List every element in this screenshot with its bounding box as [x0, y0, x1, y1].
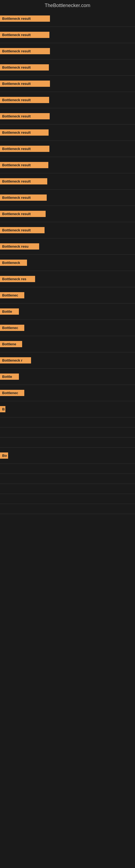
bottleneck-label-11: Bottleneck result: [0, 194, 47, 201]
bottleneck-label-15: Bottleneck: [0, 259, 27, 266]
row-33: [0, 504, 135, 514]
row-14: Bottleneck resu: [0, 239, 135, 255]
bottleneck-label-3: Bottleneck result: [0, 64, 49, 70]
row-0: Bottleneck result: [0, 10, 135, 27]
bottleneck-label-20: Bottlene: [0, 341, 22, 347]
bottleneck-label-23: Bottlenec: [0, 390, 24, 396]
row-30: [0, 474, 135, 484]
bottleneck-bar-21[interactable]: Bottleneck r: [0, 357, 135, 364]
bottleneck-bar-13[interactable]: Bottleneck result: [0, 227, 135, 233]
bottleneck-label-21: Bottleneck r: [0, 357, 31, 364]
bottleneck-bar-18[interactable]: Bottle: [0, 308, 135, 315]
row-17: Bottlenec: [0, 287, 135, 304]
bottleneck-bar-9[interactable]: Bottleneck result: [0, 162, 135, 168]
bottleneck-label-1: Bottleneck result: [0, 32, 49, 38]
row-6: Bottleneck result: [0, 108, 135, 124]
bottleneck-bar-19[interactable]: Bottlenec: [0, 325, 135, 331]
bottleneck-label-8: Bottleneck result: [0, 146, 49, 152]
row-13: Bottleneck result: [0, 222, 135, 239]
bottleneck-label-24: B: [0, 406, 5, 412]
bottleneck-bar-1[interactable]: Bottleneck result: [0, 32, 135, 38]
row-12: Bottleneck result: [0, 206, 135, 222]
bottleneck-bar-11[interactable]: Bottleneck result: [0, 194, 135, 201]
row-31: [0, 484, 135, 494]
bottleneck-bar-23[interactable]: Bottlenec: [0, 390, 135, 396]
row-28: Bo: [0, 447, 135, 464]
bottleneck-label-7: Bottleneck result: [0, 129, 49, 135]
row-15: Bottleneck: [0, 255, 135, 271]
bottleneck-bar-20[interactable]: Bottlene: [0, 341, 135, 347]
row-3: Bottleneck result: [0, 59, 135, 76]
bottleneck-label-2: Bottleneck result: [0, 48, 50, 54]
bottleneck-bar-16[interactable]: Bottleneck res: [0, 276, 135, 282]
row-26: [0, 428, 135, 437]
row-20: Bottlene: [0, 336, 135, 352]
bottleneck-label-17: Bottlenec: [0, 292, 24, 299]
row-5: Bottleneck result: [0, 92, 135, 108]
bottleneck-label-18: Bottle: [0, 308, 19, 315]
bottleneck-bar-24[interactable]: B: [0, 406, 135, 412]
bottleneck-bar-5[interactable]: Bottleneck result: [0, 97, 135, 103]
bottleneck-label-16: Bottleneck res: [0, 276, 35, 282]
bottleneck-bar-3[interactable]: Bottleneck result: [0, 64, 135, 70]
row-16: Bottleneck res: [0, 271, 135, 287]
bottleneck-bar-14[interactable]: Bottleneck resu: [0, 243, 135, 250]
bottleneck-label-5: Bottleneck result: [0, 97, 49, 103]
bottleneck-label-0: Bottleneck result: [0, 16, 50, 22]
bottleneck-label-13: Bottleneck result: [0, 227, 45, 233]
bottleneck-bar-7[interactable]: Bottleneck result: [0, 129, 135, 135]
bottleneck-bar-15[interactable]: Bottleneck: [0, 259, 135, 266]
row-8: Bottleneck result: [0, 141, 135, 157]
bottleneck-bar-8[interactable]: Bottleneck result: [0, 146, 135, 152]
bottleneck-label-19: Bottlenec: [0, 325, 24, 331]
row-4: Bottleneck result: [0, 76, 135, 92]
bottleneck-label-6: Bottleneck result: [0, 113, 50, 119]
bottleneck-bar-2[interactable]: Bottleneck result: [0, 48, 135, 54]
row-24: B: [0, 401, 135, 417]
row-22: Bottle: [0, 369, 135, 385]
row-7: Bottleneck result: [0, 124, 135, 141]
bottleneck-label-28: Bo: [0, 453, 8, 459]
row-11: Bottleneck result: [0, 190, 135, 206]
bottleneck-label-9: Bottleneck result: [0, 162, 48, 168]
bottleneck-bar-6[interactable]: Bottleneck result: [0, 113, 135, 119]
row-32: [0, 494, 135, 504]
bottleneck-bar-22[interactable]: Bottle: [0, 373, 135, 380]
bottleneck-label-14: Bottleneck resu: [0, 243, 39, 250]
bottleneck-label-10: Bottleneck result: [0, 178, 47, 184]
row-21: Bottleneck r: [0, 352, 135, 369]
bottleneck-label-4: Bottleneck result: [0, 81, 50, 87]
site-title: TheBottlenecker.com: [0, 0, 135, 10]
row-10: Bottleneck result: [0, 173, 135, 190]
row-18: Bottle: [0, 304, 135, 320]
row-9: Bottleneck result: [0, 157, 135, 173]
row-19: Bottlenec: [0, 320, 135, 336]
row-29: [0, 464, 135, 474]
row-34: [0, 514, 135, 524]
bottleneck-bar-12[interactable]: Bottleneck result: [0, 211, 135, 217]
bottleneck-label-12: Bottleneck result: [0, 211, 46, 217]
row-27: [0, 437, 135, 447]
row-2: Bottleneck result: [0, 43, 135, 59]
row-25: [0, 417, 135, 428]
bottleneck-bar-28[interactable]: Bo: [0, 453, 135, 459]
row-23: Bottlenec: [0, 385, 135, 401]
bottleneck-label-22: Bottle: [0, 373, 19, 380]
row-1: Bottleneck result: [0, 27, 135, 43]
bottleneck-bar-17[interactable]: Bottlenec: [0, 292, 135, 299]
bottleneck-bar-4[interactable]: Bottleneck result: [0, 81, 135, 87]
bottleneck-bar-10[interactable]: Bottleneck result: [0, 178, 135, 184]
bottleneck-bar-0[interactable]: Bottleneck result: [0, 16, 135, 22]
